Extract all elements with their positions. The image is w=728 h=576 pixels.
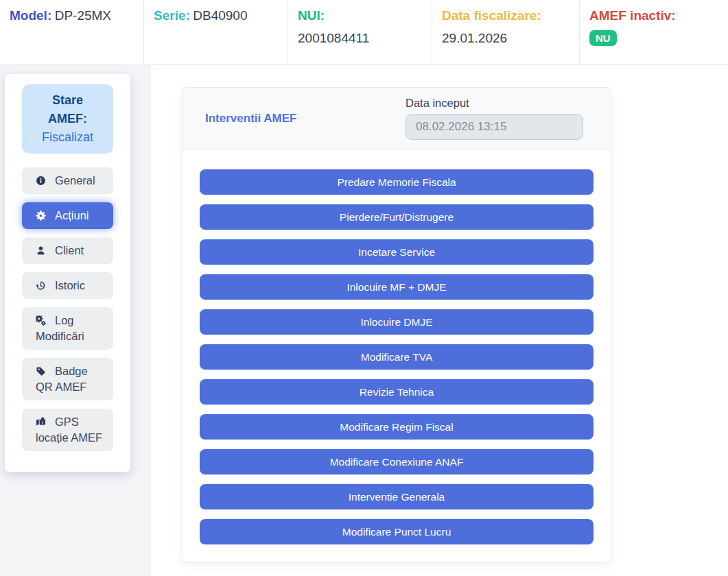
action-button[interactable]: Modificare Punct Lucru [200,519,594,544]
card-title: Interventii AMEF [205,112,297,125]
sidebar-rail: Stare AMEF: Fiscalizat General Acțiuni C… [0,65,151,576]
gears-icon [36,315,46,326]
amef-status-value: Fiscalizat [32,128,104,147]
sidebar-item-general[interactable]: General [22,167,113,194]
fiscal-date-label: Data fiscalizare: [442,8,541,23]
device-fiscal-date-cell: Data fiscalizare: 29.01.2026 [432,0,580,64]
sidebar-item-istoric[interactable]: Istoric [22,272,113,299]
sidebar: Stare AMEF: Fiscalizat General Acțiuni C… [5,74,130,472]
action-button[interactable]: Revizie Tehnica [200,379,594,405]
action-button[interactable]: Pierdere/Furt/Distrugere [200,204,594,230]
action-button[interactable]: Interventie Generala [200,484,594,509]
sidebar-item-client[interactable]: Client [22,237,113,264]
main-content: Interventii AMEF Data inceput Predare Me… [151,65,728,576]
action-button[interactable]: Modificare Regim Fiscal [200,414,594,440]
amef-status-title: Stare AMEF: [32,91,104,128]
sidebar-item-label: Acțiuni [55,209,89,221]
interventii-card-header: Interventii AMEF Data inceput [183,88,611,149]
user-icon [36,245,46,256]
device-info-bar: Model: DP-25MX Serie: DB40900 NUI: 20010… [0,0,728,65]
sidebar-item-log-modificari[interactable]: Log Modificări [22,307,113,350]
sidebar-item-badge-qr[interactable]: Badge QR AMEF [22,358,113,400]
tag-icon [36,366,46,376]
status-badge: NU [589,30,617,46]
date-start-input[interactable] [406,114,583,140]
date-start-group: Data inceput [406,97,583,140]
action-button[interactable]: Inlocuire MF + DMJE [200,274,594,300]
device-model-cell: Model: DP-25MX [0,0,144,64]
interventii-card: Interventii AMEF Data inceput Predare Me… [182,87,611,563]
nui-value: 2001084411 [298,31,422,46]
amef-inactive-label: AMEF inactiv: [589,8,676,23]
sidebar-item-actiuni[interactable]: Acțiuni [22,202,113,229]
sidebar-item-gps-locatie[interactable]: GPS locație AMEF [22,409,113,451]
model-value: DP-25MX [55,8,111,23]
action-button-list: Predare Memorie Fiscala Pierdere/Furt/Di… [183,149,611,562]
gear-icon [36,211,46,221]
device-inactive-cell: AMEF inactiv: NU [580,0,728,64]
date-start-label: Data inceput [406,97,583,110]
action-button[interactable]: Modificare TVA [200,344,594,370]
action-button[interactable]: Incetare Service [200,239,594,265]
app-screen: Model: DP-25MX Serie: DB40900 NUI: 20010… [0,0,728,576]
model-label: Model: [10,8,51,23]
action-button[interactable]: Inlocuire DMJE [200,309,594,335]
serie-label: Serie: [154,8,190,23]
fiscal-date-value: 29.01.2026 [442,31,570,46]
device-nui-cell: NUI: 2001084411 [288,0,432,64]
action-button[interactable]: Predare Memorie Fiscala [200,169,594,195]
action-button[interactable]: Modificare Conexiune ANAF [200,449,594,475]
sidebar-item-label: Client [55,244,84,256]
serie-value: DB40900 [193,8,247,23]
sidebar-item-label: General [55,174,95,187]
history-icon [36,280,46,291]
sidebar-item-label: Istoric [55,279,85,291]
info-circle-icon [36,176,46,186]
map-marked-icon [36,417,46,427]
amef-status-box: Stare AMEF: Fiscalizat [22,84,113,154]
nui-label: NUI: [298,8,325,23]
device-serie-cell: Serie: DB40900 [144,0,288,64]
